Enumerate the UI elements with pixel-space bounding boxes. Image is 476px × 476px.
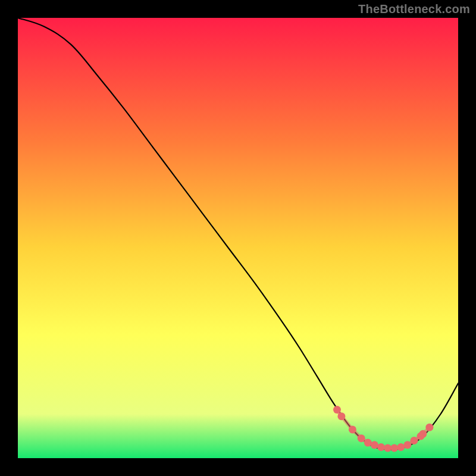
chart-svg (18, 18, 458, 458)
chart-frame: TheBottleneck.com (0, 0, 476, 476)
highlight-dot (358, 434, 365, 442)
highlight-dot (349, 425, 356, 433)
highlight-dot (364, 439, 372, 447)
highlight-dot (333, 406, 341, 414)
gradient-background (18, 18, 458, 458)
highlight-dot (377, 443, 385, 451)
highlight-dot (384, 444, 392, 452)
highlight-dot (390, 444, 398, 452)
highlight-dot (411, 437, 418, 444)
highlight-dot (403, 441, 411, 449)
highlight-dot (337, 412, 345, 420)
plot-area (18, 18, 458, 458)
highlight-dot (397, 443, 405, 451)
highlight-dot (425, 424, 433, 431)
highlight-dot (419, 430, 427, 438)
highlight-dot (371, 441, 378, 449)
watermark-text: TheBottleneck.com (358, 2, 470, 16)
